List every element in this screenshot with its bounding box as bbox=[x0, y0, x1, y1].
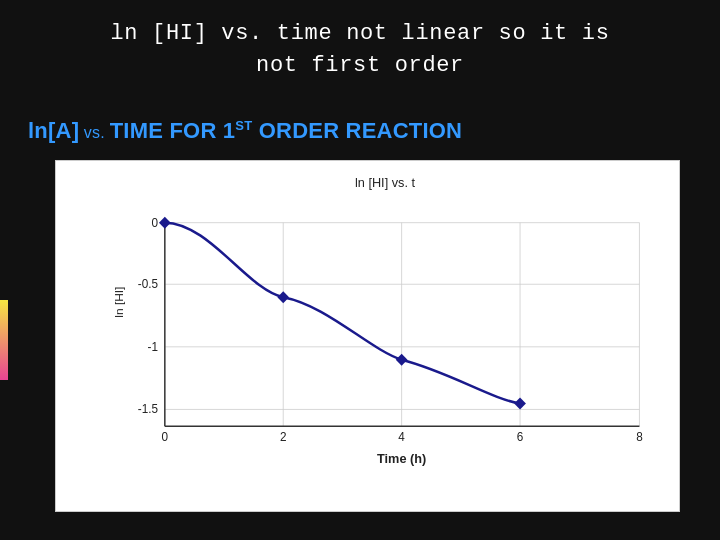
data-point-2 bbox=[396, 354, 408, 366]
accent-bar bbox=[0, 300, 8, 380]
slide: ln [HI] vs. time not linear so it is not… bbox=[0, 0, 720, 540]
y-label-0: 0 bbox=[151, 216, 158, 230]
data-point-3 bbox=[514, 397, 526, 409]
chart-svg: ln [HI] vs. t 0 -0.5 -1 bbox=[111, 173, 659, 471]
y-label-m05: -0.5 bbox=[138, 277, 159, 291]
subtitle-prefix: ln[A] bbox=[28, 118, 79, 143]
y-axis-title: ln [HI] bbox=[112, 287, 126, 318]
subtitle-text: ln[A] vs. TIME FOR 1ST ORDER REACTION bbox=[28, 118, 692, 144]
subtitle-vs: vs. bbox=[79, 124, 109, 141]
x-axis-title: Time (h) bbox=[377, 451, 426, 466]
data-point-0 bbox=[159, 217, 171, 229]
chart-container: ln [HI] vs. t 0 -0.5 -1 bbox=[55, 160, 680, 512]
x-label-8: 8 bbox=[636, 430, 643, 444]
subtitle-area: ln[A] vs. TIME FOR 1ST ORDER REACTION bbox=[28, 118, 692, 144]
subtitle-sup: ST bbox=[235, 118, 252, 133]
x-label-2: 2 bbox=[280, 430, 287, 444]
title-text: ln [HI] vs. time not linear so it is not… bbox=[40, 18, 680, 82]
y-label-m1: -1 bbox=[148, 340, 158, 354]
x-label-0: 0 bbox=[162, 430, 169, 444]
subtitle-suffix: ORDER REACTION bbox=[252, 118, 462, 143]
chart-curve bbox=[165, 223, 520, 404]
x-label-6: 6 bbox=[517, 430, 524, 444]
x-label-4: 4 bbox=[398, 430, 405, 444]
chart-inner: ln [HI] vs. t 0 -0.5 -1 bbox=[111, 173, 659, 471]
subtitle-main: TIME FOR 1 bbox=[110, 118, 236, 143]
y-label-m15: -1.5 bbox=[138, 402, 159, 416]
data-point-1 bbox=[277, 291, 289, 303]
chart-title: ln [HI] vs. t bbox=[355, 175, 415, 190]
title-line1: ln [HI] vs. time not linear so it is bbox=[110, 21, 609, 46]
title-line2: not first order bbox=[256, 53, 464, 78]
title-area: ln [HI] vs. time not linear so it is not… bbox=[40, 18, 680, 82]
